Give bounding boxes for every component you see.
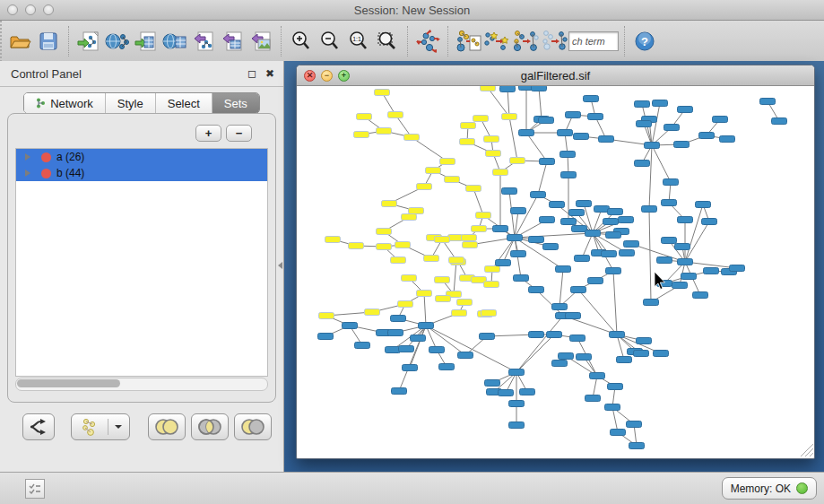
graph-node xyxy=(693,292,708,299)
graph-node xyxy=(540,217,555,223)
create-set-dropdown-button[interactable] xyxy=(71,413,130,440)
difference-button[interactable] xyxy=(234,413,272,440)
graph-node xyxy=(605,404,620,411)
add-set-button[interactable]: + xyxy=(195,125,221,142)
graph-node xyxy=(391,257,406,264)
hide-selected-icon xyxy=(541,29,568,54)
graph-node xyxy=(529,237,544,243)
tab-style[interactable]: Style xyxy=(106,93,156,113)
network-from-selection-button[interactable] xyxy=(454,25,482,57)
graph-node xyxy=(402,214,417,221)
network-window-titlebar[interactable]: ✕ − + galFiltered.sif xyxy=(297,65,814,86)
graph-node xyxy=(445,177,460,183)
network-canvas[interactable] xyxy=(298,86,813,457)
graph-node xyxy=(462,235,477,241)
zoom-fit-button[interactable] xyxy=(373,25,402,57)
graph-node xyxy=(552,304,568,310)
graph-node xyxy=(481,86,496,91)
tab-network[interactable]: Network xyxy=(24,93,106,113)
expander-icon[interactable] xyxy=(25,169,30,177)
cytoscape-app: Session: New Session xyxy=(0,0,824,504)
import-table-file-button[interactable] xyxy=(132,25,160,57)
scrollbar-thumb[interactable] xyxy=(17,379,120,387)
graph-node xyxy=(556,266,571,273)
task-monitor-button[interactable] xyxy=(25,479,45,499)
graph-node xyxy=(484,136,499,143)
memory-status-button[interactable]: Memory: OK xyxy=(722,477,817,500)
save-floppy-icon xyxy=(37,30,60,53)
zoom-actual-size-button[interactable]: 1:1 xyxy=(344,25,373,57)
graph-node xyxy=(590,373,605,379)
graph-node xyxy=(500,86,516,92)
graph-node xyxy=(509,401,525,407)
graph-node xyxy=(662,200,677,206)
help-button[interactable]: ? xyxy=(630,25,659,57)
graph-node xyxy=(681,274,697,280)
open-session-button[interactable] xyxy=(5,25,34,57)
graph-node xyxy=(514,275,529,282)
intersection-button[interactable] xyxy=(191,413,229,440)
import-network-url-button[interactable] xyxy=(103,25,132,57)
import-network-file-button[interactable] xyxy=(74,25,103,57)
toolbar-separator xyxy=(447,26,448,56)
export-image-button[interactable] xyxy=(247,25,275,57)
splitter-collapse-icon[interactable] xyxy=(278,262,282,269)
graph-node xyxy=(606,232,621,239)
graph-node xyxy=(611,430,626,436)
graph-node xyxy=(645,143,660,149)
graph-node xyxy=(635,101,650,108)
graph-node xyxy=(436,296,451,302)
new-network-from-selected-button[interactable] xyxy=(511,25,540,57)
sets-list[interactable]: a (26) b (44) xyxy=(15,148,268,377)
import-table-url-button[interactable] xyxy=(160,25,189,57)
set-label: a (26) xyxy=(56,151,84,163)
graph-node xyxy=(502,188,517,195)
export-table-button[interactable] xyxy=(218,25,247,57)
close-panel-icon[interactable]: ✖ xyxy=(265,68,274,79)
export-network-icon xyxy=(191,30,216,53)
zoom-in-button[interactable] xyxy=(287,25,316,57)
graph-node xyxy=(674,142,690,148)
save-session-button[interactable] xyxy=(34,25,63,57)
graph-node xyxy=(507,235,523,241)
graph-node xyxy=(399,346,414,352)
graph-node xyxy=(357,114,372,120)
set-network-icon xyxy=(79,417,102,437)
graph-node xyxy=(529,287,544,293)
horizontal-scrollbar[interactable] xyxy=(15,378,268,391)
zoom-out-button[interactable] xyxy=(316,25,344,57)
graph-node xyxy=(377,244,392,250)
search-input[interactable]: ch term xyxy=(568,31,619,51)
control-panel-tabs: Network Style Select Sets xyxy=(0,92,283,114)
export-network-button[interactable] xyxy=(189,25,218,57)
network-view-window[interactable]: ✕ − + galFiltered.sif xyxy=(296,65,815,459)
expander-icon[interactable] xyxy=(25,153,30,161)
remove-set-button[interactable]: − xyxy=(226,125,252,142)
network-window-title: galFiltered.sif xyxy=(297,69,814,83)
select-first-neighbors-button[interactable] xyxy=(482,25,511,57)
graph-node xyxy=(485,380,500,387)
list-item-set-b[interactable]: b (44) xyxy=(16,165,267,181)
tab-select[interactable]: Select xyxy=(156,93,213,113)
split-sets-button[interactable] xyxy=(22,413,55,440)
union-button[interactable] xyxy=(148,413,186,440)
graph-node xyxy=(349,243,364,249)
graph-node xyxy=(620,250,635,256)
hide-selected-button[interactable] xyxy=(540,25,568,57)
apply-layout-button[interactable] xyxy=(413,25,442,57)
graph-node xyxy=(493,226,508,232)
tab-sets[interactable]: Sets xyxy=(213,93,259,113)
graph-node xyxy=(510,158,525,164)
graph-node xyxy=(539,117,554,124)
chevron-down-icon xyxy=(114,423,123,430)
graph-node xyxy=(435,277,450,283)
list-item-set-a[interactable]: a (26) xyxy=(16,149,267,165)
set-color-icon xyxy=(41,152,51,162)
set-label: b (44) xyxy=(56,167,84,179)
graph-node xyxy=(624,241,639,248)
graph-node xyxy=(704,268,719,274)
graph-node xyxy=(540,159,555,165)
graph-node xyxy=(584,96,599,102)
graph-node xyxy=(463,242,478,248)
float-panel-icon[interactable]: ◻ xyxy=(247,68,256,79)
